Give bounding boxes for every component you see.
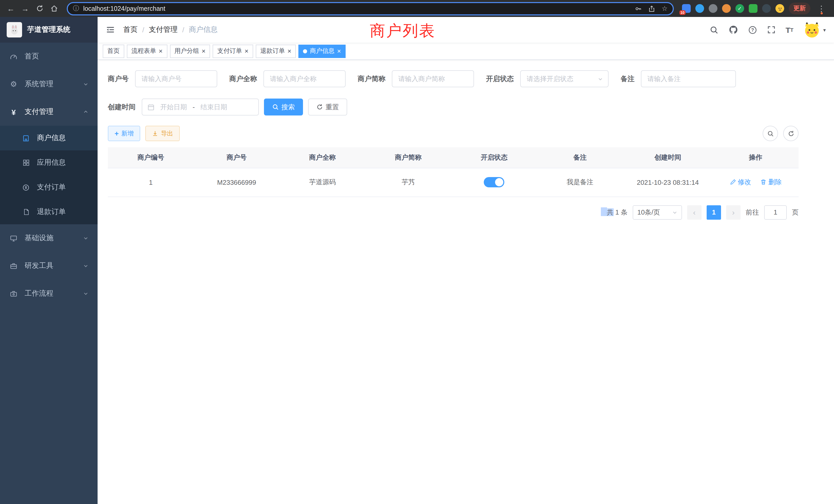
fullscreen-icon[interactable] <box>767 26 775 34</box>
tab-pay-order[interactable]: 支付订单 × <box>213 44 253 58</box>
end-date-input[interactable] <box>197 103 231 111</box>
tab-user-group[interactable]: 用户分组 × <box>170 44 210 58</box>
merchant-short-input[interactable] <box>392 70 474 87</box>
user-avatar[interactable]: ▾ <box>804 22 826 38</box>
search-icon[interactable] <box>709 25 718 34</box>
menu-label: 工作流程 <box>25 289 53 298</box>
extension-icon-3[interactable] <box>709 4 718 13</box>
status-select[interactable]: 请选择开启状态 <box>520 70 608 87</box>
breadcrumb-separator: / <box>142 26 144 34</box>
next-page-button[interactable]: › <box>726 205 741 220</box>
extension-icon-8[interactable] <box>775 4 784 13</box>
close-icon[interactable]: × <box>337 48 341 54</box>
browser-reload-icon[interactable] <box>33 2 46 15</box>
pagination-total: 共 1 条 <box>600 207 628 217</box>
sidebar-item-home[interactable]: 首页 <box>0 43 97 70</box>
status-toggle[interactable] <box>484 177 504 187</box>
bookmark-star-icon[interactable]: ☆ <box>662 5 667 12</box>
address-bar[interactable]: ⓘ localhost:1024/pay/merchant ☆ <box>67 2 674 15</box>
tab-merchant-info-active[interactable]: 商户信息 × <box>299 44 346 58</box>
sidebar-item-app-info[interactable]: 应用信息 <box>0 151 97 175</box>
column-header: 商户编号 <box>108 147 194 168</box>
share-icon[interactable] <box>649 5 656 12</box>
merchant-no-input[interactable] <box>135 70 217 87</box>
site-info-icon[interactable]: ⓘ <box>73 4 79 13</box>
pagination-total-suffix: 条 <box>621 208 628 216</box>
remark-input[interactable] <box>641 70 736 87</box>
tab-process-form[interactable]: 流程表单 × <box>127 44 167 58</box>
font-size-icon[interactable]: TT <box>786 25 793 34</box>
close-icon[interactable]: × <box>244 48 248 54</box>
link-label: 删除 <box>768 178 782 187</box>
export-button[interactable]: 导出 <box>145 126 180 141</box>
sidebar-logo[interactable]: 芋道管理系统 <box>0 17 97 43</box>
chevron-down-icon <box>83 82 88 87</box>
close-icon[interactable]: × <box>159 48 162 54</box>
sidebar: 芋道管理系统 首页 ⚙ 系统管理 ¥ 支付管理 <box>0 17 97 504</box>
reset-button[interactable]: 重置 <box>308 98 347 115</box>
page-annotation: 商户列表 <box>370 21 436 42</box>
toggle-search-button[interactable] <box>763 126 778 141</box>
extension-badge: 10 <box>679 10 686 15</box>
table-header-row: 商户编号 商户号 商户全称 商户简称 开启状态 备注 创建时间 操作 <box>108 147 798 168</box>
browser-forward-icon[interactable]: → <box>19 2 32 15</box>
extension-icon-1[interactable]: 10 <box>682 4 691 13</box>
github-icon[interactable] <box>728 25 738 35</box>
browser-back-icon[interactable]: ← <box>4 2 18 15</box>
edit-link[interactable]: 修改 <box>729 178 751 187</box>
browser-home-icon[interactable] <box>47 2 61 15</box>
sidebar-item-workflow[interactable]: 工作流程 <box>0 280 97 307</box>
extension-icon-5[interactable]: ✓ <box>736 4 744 13</box>
sidebar-item-dev-tools[interactable]: 研发工具 <box>0 252 97 280</box>
column-header: 备注 <box>537 147 623 168</box>
start-date-input[interactable] <box>157 103 191 111</box>
column-header: 创建时间 <box>623 147 713 168</box>
close-icon[interactable]: × <box>288 48 291 54</box>
page-size-select[interactable]: 10条/页 <box>633 205 682 220</box>
sidebar-item-pay-order[interactable]: 支付订单 <box>0 175 97 200</box>
goto-page-input[interactable] <box>764 205 787 220</box>
sidebar-item-payment[interactable]: ¥ 支付管理 <box>0 98 97 126</box>
sidebar-item-refund-order[interactable]: 退款订单 <box>0 200 97 224</box>
password-key-icon[interactable] <box>635 5 642 12</box>
tab-refund-order[interactable]: 退款订单 × <box>256 44 296 58</box>
field-label: 商户全称 <box>229 74 257 84</box>
hamburger-icon[interactable] <box>97 25 123 35</box>
close-icon[interactable]: × <box>202 48 205 54</box>
extension-icon-6[interactable] <box>749 4 758 13</box>
prev-page-button[interactable]: ‹ <box>687 205 702 220</box>
main-area: 首页 / 支付管理 / 商户信息 商户列表 ? <box>97 17 834 504</box>
chevron-down-icon <box>672 210 677 215</box>
chevron-down-icon <box>83 235 88 241</box>
menu-label: 退款订单 <box>37 207 66 216</box>
browser-menu-icon[interactable]: ⋮ <box>815 4 828 13</box>
breadcrumb: 首页 / 支付管理 / 商户信息 <box>123 25 218 35</box>
sidebar-item-infrastructure[interactable]: 基础设施 <box>0 224 97 252</box>
tab-label: 支付订单 <box>217 47 242 55</box>
date-range-picker[interactable]: - <box>142 98 259 115</box>
sidebar-item-system[interactable]: ⚙ 系统管理 <box>0 70 97 98</box>
refresh-button[interactable] <box>783 126 798 141</box>
extension-icon-2[interactable] <box>695 4 704 13</box>
help-icon[interactable]: ? <box>748 25 757 34</box>
breadcrumb-payment[interactable]: 支付管理 <box>149 25 178 35</box>
extension-icon-7[interactable] <box>762 4 771 13</box>
add-button[interactable]: + 新增 <box>108 126 140 141</box>
browser-update-button[interactable]: 更新 <box>789 3 810 14</box>
extension-icon-4[interactable] <box>722 4 731 13</box>
page-content: 商户号 商户全称 商户简称 开启状态 请选择开启状态 <box>97 60 809 230</box>
link-label: 修改 <box>738 178 751 187</box>
button-label: 搜索 <box>281 102 295 112</box>
breadcrumb-home[interactable]: 首页 <box>123 25 138 35</box>
merchant-name-input[interactable] <box>263 70 345 87</box>
cell-merchant-no: M233666999 <box>194 168 279 197</box>
tab-home[interactable]: 首页 <box>103 44 124 58</box>
delete-link[interactable]: 删除 <box>760 178 782 187</box>
search-button[interactable]: 搜索 <box>264 98 303 115</box>
field-label: 开启状态 <box>486 74 514 84</box>
sidebar-item-merchant-info[interactable]: 商户信息 <box>0 126 97 151</box>
page-number-1[interactable]: 1 <box>707 205 721 220</box>
browser-extensions-area: 10 ✓ 更新 ⋮ <box>680 3 830 14</box>
menu-label: 首页 <box>25 52 39 61</box>
tab-label: 用户分组 <box>174 47 199 55</box>
